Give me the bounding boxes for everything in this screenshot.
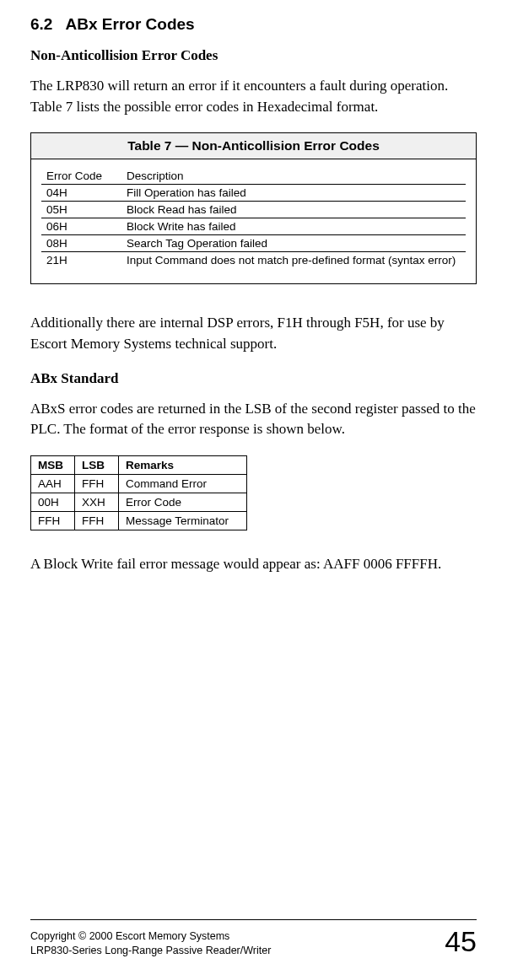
block-write-example: A Block Write fail error message would a…	[30, 554, 477, 575]
abx-msb: 00H	[31, 493, 75, 511]
copyright-line: Copyright © 2000 Escort Memory Systems	[30, 929, 271, 944]
table-row: 00H XXH Error Code	[31, 493, 247, 511]
table-row: AAH FFH Command Error	[31, 474, 247, 493]
abx-standard-heading: ABx Standard	[30, 370, 477, 387]
error-desc: Input Command does not match pre-defined…	[121, 252, 466, 269]
non-anticollision-intro: The LRP830 will return an error if it en…	[30, 76, 477, 117]
table-row: 06H Block Write has failed	[41, 218, 466, 235]
table-7-header-desc: Description	[121, 168, 466, 185]
table-row: FFH FFH Message Terminator	[31, 511, 247, 530]
abx-msb: AAH	[31, 474, 75, 493]
error-code: 06H	[41, 218, 121, 235]
section-heading: 6.2 ABx Error Codes	[30, 15, 477, 34]
abx-table-header-row: MSB LSB Remarks	[31, 455, 247, 474]
page-number: 45	[445, 925, 477, 958]
abx-remarks: Error Code	[119, 493, 247, 511]
abx-header-lsb: LSB	[75, 455, 119, 474]
product-line: LRP830-Series Long-Range Passive Reader/…	[30, 944, 271, 958]
table-row: 04H Fill Operation has failed	[41, 185, 466, 202]
abx-standard-intro: ABxS error codes are returned in the LSB…	[30, 399, 477, 440]
table-row: 21H Input Command does not match pre-def…	[41, 252, 466, 269]
abx-lsb: FFH	[75, 511, 119, 530]
table-row: 08H Search Tag Operation failed	[41, 235, 466, 252]
table-7-title: Table 7 — Non-Anticollision Error Codes	[31, 133, 476, 159]
abx-lsb: FFH	[75, 474, 119, 493]
table-7-header-code: Error Code	[41, 168, 121, 185]
dsp-note: Additionally there are internal DSP erro…	[30, 313, 477, 354]
error-desc: Block Read has failed	[121, 202, 466, 218]
error-desc: Search Tag Operation failed	[121, 235, 466, 252]
section-number: 6.2	[30, 15, 52, 33]
error-desc: Fill Operation has failed	[121, 185, 466, 202]
error-desc: Block Write has failed	[121, 218, 466, 235]
error-code: 21H	[41, 252, 121, 269]
table-7-header-row: Error Code Description	[41, 168, 466, 185]
abx-remarks: Command Error	[119, 474, 247, 493]
non-anticollision-heading: Non-Anticollision Error Codes	[30, 47, 477, 64]
table-7: Table 7 — Non-Anticollision Error Codes …	[30, 132, 477, 284]
abx-msb: FFH	[31, 511, 75, 530]
abx-format-table: MSB LSB Remarks AAH FFH Command Error 00…	[30, 455, 247, 530]
page-footer: Copyright © 2000 Escort Memory Systems L…	[30, 919, 477, 958]
section-title: ABx Error Codes	[66, 15, 195, 33]
error-code: 05H	[41, 202, 121, 218]
error-code: 08H	[41, 235, 121, 252]
abx-remarks: Message Terminator	[119, 511, 247, 530]
abx-header-msb: MSB	[31, 455, 75, 474]
error-code: 04H	[41, 185, 121, 202]
footer-left: Copyright © 2000 Escort Memory Systems L…	[30, 929, 271, 958]
table-row: 05H Block Read has failed	[41, 202, 466, 218]
abx-lsb: XXH	[75, 493, 119, 511]
abx-header-remarks: Remarks	[119, 455, 247, 474]
table-7-body: Error Code Description 04H Fill Operatio…	[41, 168, 466, 268]
